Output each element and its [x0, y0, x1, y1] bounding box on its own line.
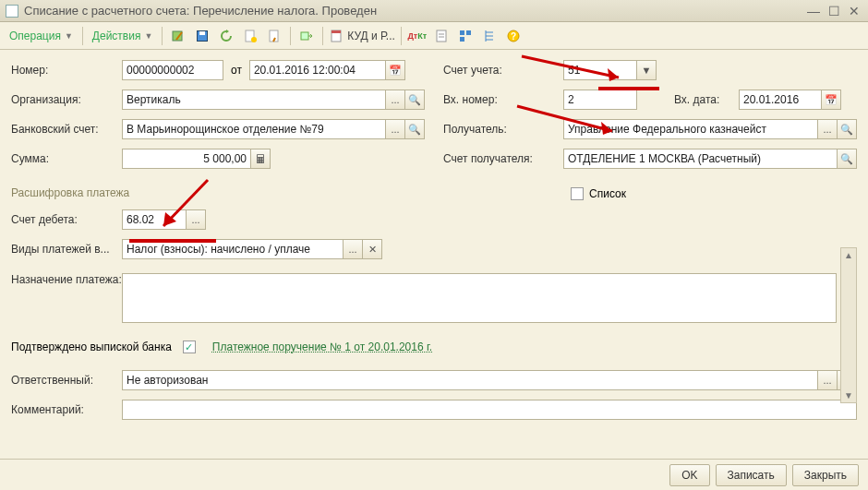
list-label: Список	[589, 187, 626, 200]
operation-menu[interactable]: Операция ▼	[6, 28, 77, 44]
select-button[interactable]: ...	[343, 239, 363, 259]
payment-order-link[interactable]: Платежное поручение № 1 от 20.01.2016 г.	[212, 341, 432, 353]
types-label: Виды платежей в...	[11, 243, 122, 256]
select-button[interactable]: ...	[817, 370, 838, 390]
title-bar: Списание с расчетного счета: Перечислени…	[0, 0, 868, 22]
svg-rect-14	[460, 37, 464, 42]
bank-input[interactable]: В Марьинорощинское отделение №79	[122, 119, 386, 139]
recipient-input[interactable]: Управление Федерального казначейст	[563, 119, 818, 139]
dtKt-button[interactable]: ДтКт	[407, 26, 428, 46]
purpose-label: Назначение платежа:	[11, 273, 122, 288]
operation-label: Операция	[9, 30, 61, 42]
confirm-label: Подтверждено выпиской банка	[11, 341, 172, 353]
debit-input[interactable]: 68.02	[122, 209, 187, 230]
sum-label: Сумма:	[11, 152, 122, 165]
open-button[interactable]: 🔍	[404, 119, 425, 139]
acc-label: Счет учета:	[443, 64, 563, 77]
struct-button[interactable]	[455, 26, 476, 46]
chevron-down-icon: ▼	[144, 31, 152, 41]
calc-button[interactable]: 🖩	[250, 149, 271, 169]
document-icon	[6, 5, 18, 18]
open-button[interactable]: 🔍	[837, 149, 857, 169]
kud-button[interactable]: КУД и Р...	[329, 29, 394, 43]
org-input[interactable]: Вертикаль	[122, 90, 386, 110]
responsible-label: Ответственный:	[11, 374, 122, 387]
footer: OK Записать Закрыть	[0, 459, 868, 490]
sum-input[interactable]: 5 000,00	[122, 149, 251, 169]
kud-label: КУД и Р...	[347, 30, 394, 42]
bank-label: Банковский счет:	[11, 123, 122, 136]
clear-button[interactable]: ✕	[362, 239, 382, 259]
open-button[interactable]: 🔍	[404, 90, 425, 110]
svg-rect-6	[301, 32, 308, 40]
refresh-button[interactable]	[216, 26, 236, 46]
close-form-button[interactable]: Закрыть	[792, 464, 859, 486]
vxdate-input[interactable]: 20.01.2016	[739, 90, 822, 110]
dropdown-button[interactable]: ▼	[636, 60, 657, 80]
date-input[interactable]: 20.01.2016 12:00:04	[249, 60, 386, 80]
open-button[interactable]: 🔍	[837, 119, 857, 139]
save-button[interactable]	[192, 26, 212, 46]
vxdate-label: Вх. дата:	[674, 93, 739, 106]
calendar-button[interactable]: 📅	[385, 60, 405, 80]
window-title: Списание с расчетного счета: Перечислени…	[24, 4, 802, 18]
scroll-down-icon[interactable]: ▼	[842, 388, 855, 402]
svg-rect-8	[332, 30, 341, 33]
acc-input[interactable]: 51	[563, 60, 637, 80]
actions-label: Действия	[92, 30, 141, 42]
toolbar: Операция ▼ Действия ▼ КУД и Р... ДтКт ?	[0, 22, 868, 50]
recipient-label: Получатель:	[443, 123, 563, 136]
types-input[interactable]: Налог (взносы): начислено / уплаче	[122, 239, 344, 259]
number-input[interactable]: 00000000002	[122, 60, 223, 80]
actions-menu[interactable]: Действия ▼	[89, 28, 157, 44]
svg-rect-2	[199, 31, 205, 35]
report-button[interactable]	[431, 26, 452, 46]
comment-label: Комментарий:	[11, 403, 122, 416]
tree-button[interactable]	[479, 26, 500, 46]
maximize-button[interactable]: ☐	[826, 4, 842, 18]
select-button[interactable]: ...	[186, 209, 206, 230]
svg-text:?: ?	[511, 31, 516, 42]
calendar-button[interactable]: 📅	[821, 90, 841, 110]
help-button[interactable]: ?	[503, 26, 524, 46]
goto-button[interactable]	[296, 26, 317, 46]
confirm-checkbox[interactable]	[183, 341, 196, 353]
select-button[interactable]: ...	[385, 119, 405, 139]
svg-rect-13	[466, 30, 471, 35]
post-button[interactable]	[168, 26, 188, 46]
svg-point-4	[251, 37, 257, 42]
close-button[interactable]: ✕	[846, 4, 862, 18]
basedon-button[interactable]	[264, 26, 284, 46]
list-checkbox-wrapper[interactable]: Список	[571, 187, 626, 200]
scroll-up-icon[interactable]: ▲	[842, 248, 855, 262]
scrollbar[interactable]: ▲ ▼	[840, 247, 857, 403]
chevron-down-icon: ▼	[65, 31, 73, 41]
vxnum-label: Вх. номер:	[443, 93, 563, 106]
org-label: Организация:	[11, 93, 122, 106]
minimize-button[interactable]: —	[805, 4, 822, 18]
comment-input[interactable]	[122, 400, 857, 420]
select-button[interactable]: ...	[385, 90, 405, 110]
debit-label: Счет дебета:	[11, 213, 122, 226]
ot-label: от	[231, 64, 242, 77]
responsible-input[interactable]: Не авторизован	[122, 370, 818, 390]
recacc-label: Счет получателя:	[443, 152, 563, 165]
doc-new-button[interactable]	[240, 26, 260, 46]
svg-rect-9	[437, 30, 446, 42]
ok-button[interactable]: OK	[669, 464, 709, 486]
number-label: Номер:	[11, 64, 122, 77]
write-button[interactable]: Записать	[716, 464, 787, 486]
payment-section-title: Расшифровка платежа	[11, 186, 571, 199]
svg-rect-12	[460, 30, 464, 35]
list-checkbox[interactable]	[571, 187, 584, 200]
recacc-input[interactable]: ОТДЕЛЕНИЕ 1 МОСКВА (Расчетный)	[563, 149, 838, 169]
select-button[interactable]: ...	[817, 119, 838, 139]
vxnum-input[interactable]: 2	[563, 90, 637, 110]
purpose-textarea[interactable]	[122, 273, 837, 323]
